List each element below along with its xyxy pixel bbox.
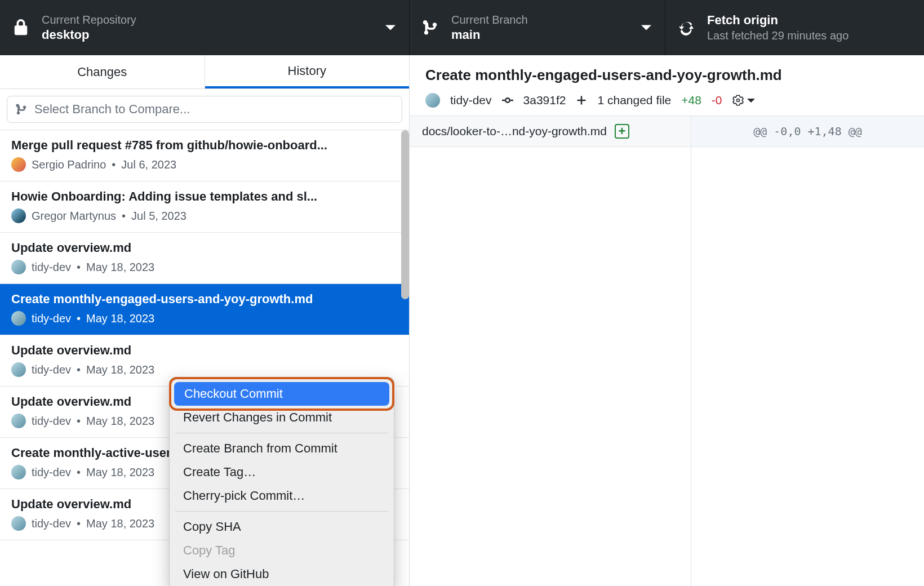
commit-info-row: tidy-dev 3a391f2 1 changed file +48 -0 bbox=[425, 93, 908, 108]
context-create-branch[interactable]: Create Branch from Commit bbox=[170, 437, 394, 460]
commit-context-menu: Revert Changes in Commit Create Branch f… bbox=[169, 377, 394, 586]
commit-author-avatar bbox=[11, 157, 26, 172]
current-branch-selector[interactable]: Current Branch main bbox=[410, 0, 665, 55]
compare-placeholder: Select Branch to Compare... bbox=[34, 102, 190, 117]
commit-item-date: Jul 5, 2023 bbox=[131, 210, 186, 223]
branch-label: Current Branch bbox=[451, 12, 528, 27]
commit-author-avatar bbox=[11, 208, 26, 223]
commit-item-author: tidy-dev bbox=[32, 466, 71, 479]
commit-item-date: May 18, 2023 bbox=[86, 466, 154, 479]
commit-author-avatar bbox=[11, 260, 26, 274]
commit-item-date: May 18, 2023 bbox=[86, 415, 154, 428]
commit-item-meta: tidy-dev•May 18, 2023 bbox=[11, 260, 398, 274]
commit-item-title: Update overview.md bbox=[11, 343, 398, 358]
context-separator bbox=[175, 433, 388, 433]
fetch-origin-button[interactable]: Fetch origin Last fetched 29 minutes ago bbox=[665, 0, 924, 55]
commit-item-title: Howie Onboarding: Adding issue templates… bbox=[11, 189, 398, 204]
file-added-icon: + bbox=[615, 124, 629, 139]
commit-item-date: May 18, 2023 bbox=[86, 312, 154, 325]
repo-value: desktop bbox=[42, 27, 136, 43]
commit-sha: 3a391f2 bbox=[523, 94, 566, 107]
diff-options-button[interactable] bbox=[732, 95, 755, 106]
diff-content-pane bbox=[691, 147, 924, 586]
diff-area bbox=[410, 147, 924, 586]
commit-item-author: tidy-dev bbox=[32, 517, 71, 530]
commit-header: Create monthly-engaged-users-and-yoy-gro… bbox=[410, 55, 924, 116]
diff-icon bbox=[576, 95, 587, 106]
additions-count: +48 bbox=[681, 94, 701, 107]
commit-item-author: tidy-dev bbox=[32, 415, 71, 428]
git-branch-icon bbox=[15, 103, 28, 116]
commit-item-author: Sergio Padrino bbox=[32, 158, 106, 171]
sidebar: Changes History Select Branch to Compare… bbox=[0, 55, 410, 586]
caret-down-icon bbox=[641, 25, 651, 30]
deletions-count: -0 bbox=[712, 94, 722, 107]
hunk-header: @@ -0,0 +1,48 @@ bbox=[691, 116, 924, 146]
commit-item[interactable]: Merge pull request #785 from github/howi… bbox=[0, 130, 409, 181]
commit-item-title: Merge pull request #785 from github/howi… bbox=[11, 138, 398, 153]
context-cherry-pick[interactable]: Cherry-pick Commit… bbox=[170, 484, 394, 508]
context-revert[interactable]: Revert Changes in Commit bbox=[170, 406, 394, 429]
files-changed: 1 changed file bbox=[597, 94, 671, 107]
commit-author: tidy-dev bbox=[450, 94, 492, 107]
svg-point-0 bbox=[505, 98, 510, 103]
context-view-github[interactable]: View on GitHub bbox=[170, 562, 394, 586]
context-separator bbox=[175, 511, 388, 512]
commit-item-meta: Gregor Martynus•Jul 5, 2023 bbox=[11, 208, 398, 223]
lock-icon bbox=[12, 19, 29, 36]
commit-item-date: May 18, 2023 bbox=[86, 517, 154, 530]
commit-sha-icon bbox=[502, 95, 513, 106]
commit-item-author: tidy-dev bbox=[32, 312, 71, 325]
sidebar-tabs: Changes History bbox=[0, 55, 409, 89]
compare-row: Select Branch to Compare... bbox=[0, 89, 409, 130]
commit-item-meta: tidy-dev•May 18, 2023 bbox=[11, 311, 398, 326]
git-branch-icon bbox=[422, 19, 439, 36]
caret-down-icon bbox=[385, 25, 396, 30]
author-avatar bbox=[425, 93, 440, 108]
context-copy-tag: Copy Tag bbox=[170, 539, 394, 562]
commit-author-avatar bbox=[11, 465, 26, 480]
changed-file-item[interactable]: docs/looker-to-…nd-yoy-growth.md + bbox=[410, 116, 691, 146]
commit-item-title: Update overview.md bbox=[11, 241, 398, 255]
tab-changes[interactable]: Changes bbox=[0, 55, 205, 88]
commit-item[interactable]: Update overview.mdtidy-dev•May 18, 2023 bbox=[0, 233, 409, 284]
commit-item-date: Jul 6, 2023 bbox=[121, 158, 176, 171]
commit-item-author: tidy-dev bbox=[32, 261, 71, 274]
repo-label: Current Repository bbox=[42, 12, 136, 27]
commit-item-meta: tidy-dev•May 18, 2023 bbox=[11, 362, 398, 377]
commit-detail: Create monthly-engaged-users-and-yoy-gro… bbox=[410, 55, 924, 586]
main-area: Changes History Select Branch to Compare… bbox=[0, 55, 924, 586]
commit-item-date: May 18, 2023 bbox=[86, 363, 154, 376]
scrollbar-thumb[interactable] bbox=[401, 130, 409, 299]
commit-author-avatar bbox=[11, 516, 26, 531]
commit-item-author: tidy-dev bbox=[32, 363, 71, 376]
commit-author-avatar bbox=[11, 311, 26, 326]
context-copy-sha[interactable]: Copy SHA bbox=[170, 515, 394, 539]
commit-item[interactable]: Create monthly-engaged-users-and-yoy-gro… bbox=[0, 284, 409, 335]
top-toolbar: Current Repository desktop Current Branc… bbox=[0, 0, 924, 55]
fetch-label: Fetch origin bbox=[707, 12, 849, 29]
fetch-status: Last fetched 29 minutes ago bbox=[707, 28, 849, 43]
commit-item-date: May 18, 2023 bbox=[86, 261, 154, 274]
current-repository-selector[interactable]: Current Repository desktop bbox=[0, 0, 410, 55]
commit-author-avatar bbox=[11, 414, 26, 428]
commit-author-avatar bbox=[11, 362, 26, 377]
sync-icon bbox=[678, 19, 695, 36]
commit-item[interactable]: Howie Onboarding: Adding issue templates… bbox=[0, 181, 409, 233]
branch-value: main bbox=[451, 27, 528, 43]
file-path: docs/looker-to-…nd-yoy-growth.md bbox=[422, 125, 607, 138]
commit-item-author: Gregor Martynus bbox=[32, 210, 116, 223]
file-list-pane bbox=[410, 147, 691, 586]
gear-icon bbox=[732, 95, 744, 106]
tab-history[interactable]: History bbox=[205, 55, 410, 88]
file-bar: docs/looker-to-…nd-yoy-growth.md + @@ -0… bbox=[410, 116, 924, 147]
branch-compare-selector[interactable]: Select Branch to Compare... bbox=[7, 96, 402, 123]
context-create-tag[interactable]: Create Tag… bbox=[170, 460, 394, 484]
commit-item-meta: Sergio Padrino•Jul 6, 2023 bbox=[11, 157, 398, 172]
commit-title: Create monthly-engaged-users-and-yoy-gro… bbox=[425, 66, 908, 84]
caret-down-icon bbox=[747, 99, 755, 103]
commit-item-title: Create monthly-engaged-users-and-yoy-gro… bbox=[11, 292, 398, 307]
